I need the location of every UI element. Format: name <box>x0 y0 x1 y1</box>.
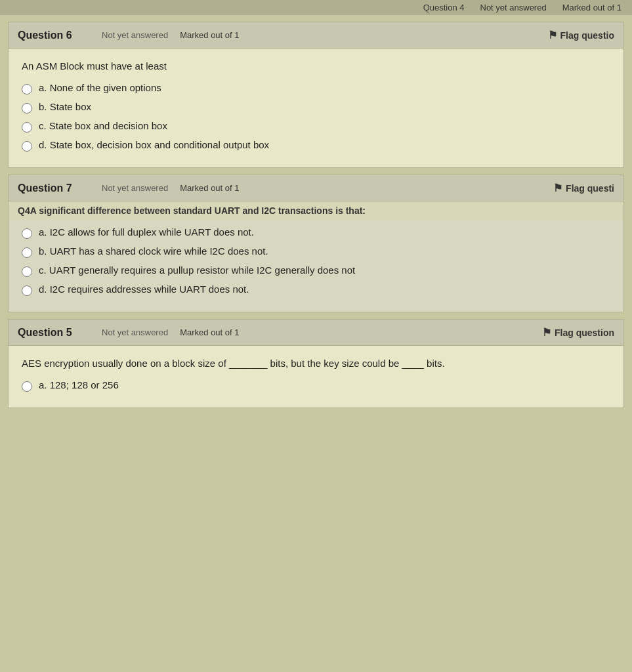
question-6-options: a. None of the given options b. State bo… <box>22 82 610 152</box>
option-6-b[interactable] <box>22 103 32 114</box>
question-5-title: Question 5 <box>18 327 90 339</box>
list-item: d. I2C requires addresses while UART doe… <box>22 284 610 296</box>
question-7-title: Question 7 <box>18 182 90 194</box>
top-bar-status: Not yet answered <box>480 3 547 12</box>
question-7-block: Question 7 Not yet answered Marked out o… <box>8 175 624 312</box>
flag-icon-5: ⚑ <box>542 326 551 339</box>
option-7-b[interactable] <box>22 247 32 258</box>
option-5-a[interactable] <box>22 381 32 392</box>
flag-icon-6: ⚑ <box>548 29 557 41</box>
question-6-block: Question 6 Not yet answered Marked out o… <box>8 22 624 168</box>
option-7-c-label[interactable]: c. UART generally requires a pullup resi… <box>39 264 355 276</box>
question-6-title: Question 6 <box>18 30 90 41</box>
question-5-block: Question 5 Not yet answered Marked out o… <box>8 319 624 408</box>
top-bar-marked: Marked out of 1 <box>562 3 621 12</box>
question-5-text: AES encryption usually done on a block s… <box>22 358 610 369</box>
option-7-d[interactable] <box>22 285 32 296</box>
option-7-a[interactable] <box>22 228 32 239</box>
question-7-status: Not yet answered <box>102 183 168 193</box>
option-7-a-label[interactable]: a. I2C allows for full duplex while UART… <box>39 226 254 238</box>
question-7-body: a. I2C allows for full duplex while UART… <box>9 220 623 312</box>
list-item: b. State box <box>22 101 610 114</box>
flag-question-6-label: Flag questio <box>560 30 614 41</box>
question-6-text: An ASM Block must have at least <box>22 60 610 72</box>
list-item: c. State box and decision box <box>22 120 610 133</box>
option-5-a-label[interactable]: a. 128; 128 or 256 <box>39 379 119 390</box>
question-5-options: a. 128; 128 or 256 <box>22 379 610 392</box>
flag-question-7-button[interactable]: ⚑ Flag questi <box>553 182 614 194</box>
option-6-c-label[interactable]: c. State box and decision box <box>39 120 167 131</box>
option-6-c[interactable] <box>22 122 32 133</box>
option-6-d-label[interactable]: d. State box, decision box and condition… <box>39 139 269 150</box>
option-6-a[interactable] <box>22 84 32 94</box>
option-6-a-label[interactable]: a. None of the given options <box>39 82 161 93</box>
option-7-b-label[interactable]: b. UART has a shared clock wire while I2… <box>39 245 268 257</box>
question-6-status: Not yet answered <box>102 30 168 40</box>
flag-question-6-button[interactable]: ⚑ Flag questio <box>548 29 614 41</box>
question-7-header: Question 7 Not yet answered Marked out o… <box>9 175 623 201</box>
list-item: b. UART has a shared clock wire while I2… <box>22 245 610 258</box>
flag-question-5-label: Flag question <box>555 327 614 338</box>
option-6-d[interactable] <box>22 141 32 152</box>
list-item: a. 128; 128 or 256 <box>22 379 610 392</box>
top-bar-question-label: Question 4 <box>423 3 465 12</box>
question-5-body: AES encryption usually done on a block s… <box>9 346 623 408</box>
flag-icon-7: ⚑ <box>553 182 562 194</box>
question-5-header: Question 5 Not yet answered Marked out o… <box>9 320 623 346</box>
question-7-marked: Marked out of 1 <box>180 183 239 193</box>
question-6-header: Question 6 Not yet answered Marked out o… <box>9 22 623 49</box>
question-5-marked: Marked out of 1 <box>180 327 239 337</box>
q4-note: Q4A significant difference between stand… <box>9 201 623 220</box>
question-6-body: An ASM Block must have at least a. None … <box>9 49 623 167</box>
flag-question-5-button[interactable]: ⚑ Flag question <box>542 326 614 339</box>
option-7-c[interactable] <box>22 266 32 277</box>
question-5-status: Not yet answered <box>102 327 168 337</box>
list-item: a. None of the given options <box>22 82 610 94</box>
option-6-b-label[interactable]: b. State box <box>39 101 91 112</box>
list-item: a. I2C allows for full duplex while UART… <box>22 226 610 239</box>
option-7-d-label[interactable]: d. I2C requires addresses while UART doe… <box>39 284 249 295</box>
list-item: d. State box, decision box and condition… <box>22 139 610 152</box>
list-item: c. UART generally requires a pullup resi… <box>22 264 610 277</box>
question-6-marked: Marked out of 1 <box>180 30 239 40</box>
top-bar: Question 4 Not yet answered Marked out o… <box>0 0 632 15</box>
flag-question-7-label: Flag questi <box>566 183 614 194</box>
question-7-options: a. I2C allows for full duplex while UART… <box>22 226 610 296</box>
